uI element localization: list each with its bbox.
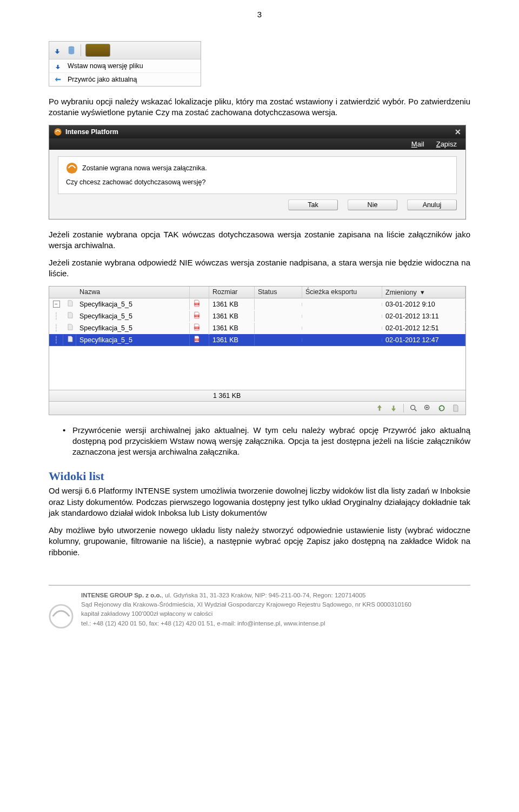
menu-zapisz[interactable]: ZapiszZapisz	[436, 140, 457, 148]
menu-item-label: Wstaw nową wersję pliku	[68, 62, 143, 70]
database-icon	[66, 45, 76, 55]
upload-icon[interactable]	[375, 404, 384, 412]
footer-company: INTENSE GROUP Sp. z o.o.	[81, 592, 162, 598]
document-icon[interactable]	[451, 404, 460, 412]
menu-item-restore-as-current[interactable]: Przywróc jako aktualną	[49, 73, 201, 86]
restore-icon	[54, 75, 62, 84]
file-icon	[63, 322, 76, 334]
paragraph-5: Aby możliwe było utworzenie nowego układ…	[49, 525, 470, 558]
dialog-titlebar: Intense Platform ✕	[49, 125, 465, 138]
cell-date: 03-01-2012 9:10	[382, 299, 465, 310]
svg-text:PDF: PDF	[195, 303, 199, 305]
cell-status	[255, 327, 302, 330]
paragraph-1: Po wybraniu opcji należy wskazać lokaliz…	[49, 96, 470, 118]
anuluj-button[interactable]: Anuluj	[407, 199, 457, 210]
bullet-marker: •	[63, 425, 72, 458]
company-logo-icon	[49, 604, 74, 629]
col-status[interactable]: Status	[255, 287, 302, 298]
nie-button[interactable]: Nie	[348, 199, 397, 210]
menu-item-insert-new-version[interactable]: Wstaw nową wersję pliku	[49, 59, 201, 73]
sum-size: 1 361 KB	[213, 392, 241, 400]
svg-point-11	[411, 405, 415, 409]
file-icon	[63, 334, 76, 346]
bullet-restore-archive: Przywrócenie wersji archiwalnej jako akt…	[72, 425, 470, 458]
app-logo-icon	[66, 162, 78, 174]
list-summary-bar: 1 361 KB	[49, 390, 465, 401]
collapse-icon[interactable]: −	[53, 301, 60, 308]
cell-name: Specyfikacja_5_5	[76, 299, 190, 310]
table-row[interactable]: ┆Specyfikacja_5_5PDF1361 KB02-01-2012 13…	[49, 310, 465, 322]
svg-text:PDF: PDF	[195, 339, 199, 341]
paragraph-2: Jeżeli zostanie wybrana opcja TAK wówcza…	[49, 229, 470, 251]
cell-size: 1361 KB	[209, 323, 255, 334]
cell-status	[255, 315, 302, 318]
paragraph-4: Od wersji 6.6 Platformy INTENSE system u…	[49, 485, 470, 518]
col-nazwa[interactable]: Nazwa	[76, 287, 190, 298]
heading-widoki-list: Widoki list	[49, 469, 470, 483]
insert-down-icon	[52, 45, 62, 55]
cell-size: 1361 KB	[209, 311, 255, 322]
cell-name: Specyfikacja_5_5	[76, 311, 190, 322]
insert-down-icon	[54, 62, 62, 70]
col-zmieniony[interactable]: Zmieniony ▾	[382, 287, 465, 298]
table-row[interactable]: ┆Specyfikacja_5_5PDF1361 KB02-01-2012 12…	[49, 322, 465, 334]
cell-path	[302, 338, 382, 342]
footer-contact: tel.: +48 (12) 420 01 50, fax: +48 (12) …	[81, 619, 411, 628]
refresh-icon[interactable]	[437, 404, 446, 412]
download-icon[interactable]	[389, 404, 398, 412]
cell-name: Specyfikacja_5_5	[76, 323, 190, 334]
svg-point-0	[69, 46, 75, 49]
page-number: 3	[257, 10, 262, 19]
figure-attachment-list: Nazwa Rozmiar Status Ścieżka eksportu Zm…	[49, 286, 470, 415]
svg-point-1	[54, 128, 61, 135]
footer-address: , ul. Gdyńska 31, 31-323 Kraków, NIP: 94…	[162, 592, 366, 598]
list-header: Nazwa Rozmiar Status Ścieżka eksportu Zm…	[49, 287, 465, 298]
svg-text:PDF: PDF	[195, 315, 199, 317]
menu-mail[interactable]: MMailail	[411, 140, 424, 148]
col-rozmiar[interactable]: Rozmiar	[209, 287, 255, 298]
cell-name: Specyfikacja_5_5	[76, 335, 190, 345]
file-icon	[63, 298, 76, 310]
cell-path	[302, 315, 382, 318]
dialog-title-text: Intense Platform	[65, 128, 118, 136]
app-logo-icon	[54, 128, 62, 136]
col-sciezka[interactable]: Ścieżka eksportu	[302, 287, 382, 298]
cell-size: 1361 KB	[209, 299, 255, 310]
list-toolbar	[49, 401, 465, 415]
cell-path	[302, 303, 382, 306]
table-row[interactable]: −Specyfikacja_5_5PDF1361 KB03-01-2012 9:…	[49, 298, 465, 310]
dialog-message-line-2: Czy chcesz zachować dotychczasową wersję…	[66, 178, 449, 186]
figure-menu-dropdown: Wstaw nową wersję pliku Przywróc jako ak…	[49, 41, 470, 86]
paragraph-3: Jeżeli zostanie wybrana odpowiedź NIE wó…	[49, 257, 470, 279]
table-row[interactable]: ┆Specyfikacja_5_5PDF1361 KB02-01-2012 12…	[49, 334, 465, 346]
zoom-fit-icon[interactable]	[423, 404, 432, 412]
tak-button[interactable]: Tak	[288, 199, 338, 210]
file-icon	[63, 310, 76, 322]
cell-status	[255, 338, 302, 342]
page-footer: INTENSE GROUP Sp. z o.o., ul. Gdyńska 31…	[49, 591, 470, 629]
search-icon[interactable]	[409, 404, 418, 412]
cell-date: 02-01-2012 12:47	[382, 335, 465, 345]
dialog-message-line-1: Zostanie wgrana nowa wersja załącznika.	[82, 164, 207, 172]
dialog-menubar: MMailail ZapiszZapisz	[49, 138, 465, 150]
footer-court: Sąd Rejonowy dla Krakowa-Śródmieścia, XI…	[81, 600, 411, 609]
svg-point-2	[66, 162, 77, 173]
thumbnail-preview	[85, 44, 110, 57]
menu-item-label: Przywróc jako aktualną	[68, 76, 137, 83]
menu-toolbar	[49, 42, 201, 59]
close-icon[interactable]: ✕	[455, 128, 461, 136]
pdf-icon: PDF	[190, 333, 209, 347]
figure-confirm-dialog: Intense Platform ✕ MMailail ZapiszZapisz…	[49, 125, 470, 219]
cell-date: 02-01-2012 12:51	[382, 323, 465, 334]
svg-text:PDF: PDF	[195, 327, 199, 329]
cell-status	[255, 303, 302, 306]
cell-date: 02-01-2012 13:11	[382, 311, 465, 322]
cell-size: 1361 KB	[209, 335, 255, 345]
footer-capital: kapitał zakładowy 100'000zł wpłacony w c…	[81, 609, 411, 618]
cell-path	[302, 327, 382, 330]
